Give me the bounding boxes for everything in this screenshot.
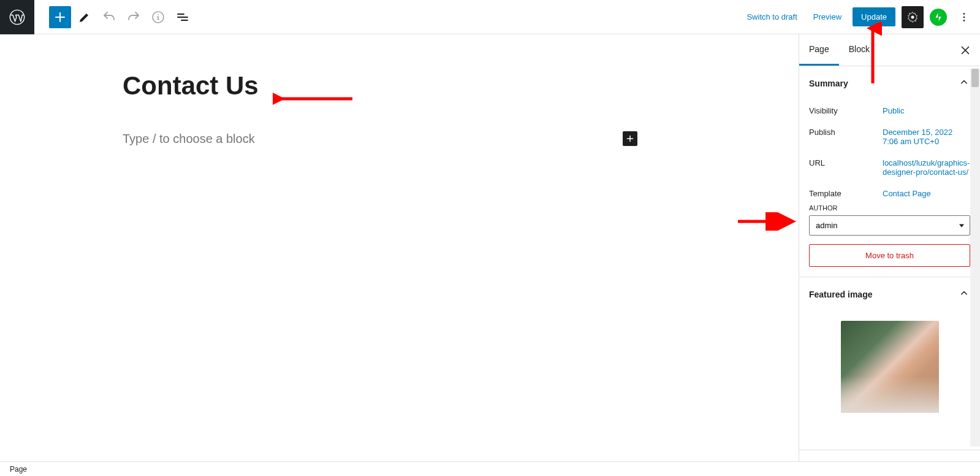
featured-image-title: Featured image <box>809 290 958 299</box>
tab-block[interactable]: Block <box>839 34 879 66</box>
more-options-button[interactable] <box>953 6 975 28</box>
featured-image-thumbnail[interactable] <box>841 321 939 413</box>
block-placeholder[interactable]: Type / to choose a block <box>123 132 623 146</box>
page-title[interactable]: Contact Us <box>123 71 650 101</box>
close-sidebar-button[interactable] <box>951 34 980 66</box>
scrollbar[interactable] <box>970 69 980 447</box>
url-label: URL <box>809 158 883 177</box>
svg-point-3 <box>963 13 965 15</box>
tab-page[interactable]: Page <box>799 34 839 66</box>
edit-mode-button[interactable] <box>74 6 96 28</box>
wordpress-logo[interactable] <box>0 0 34 34</box>
chevron-up-icon <box>958 76 970 90</box>
template-value[interactable]: Contact Page <box>883 189 970 198</box>
preview-button[interactable]: Preview <box>808 9 846 25</box>
svg-point-4 <box>963 16 965 18</box>
svg-point-5 <box>963 20 965 21</box>
outline-button[interactable] <box>172 6 194 28</box>
publish-value[interactable]: December 15, 2022 7:06 am UTC+0 <box>883 128 970 146</box>
author-select[interactable]: admin <box>809 215 970 236</box>
add-block-inline-button[interactable] <box>623 131 637 146</box>
summary-panel-toggle[interactable]: Summary <box>799 66 980 100</box>
move-to-trash-button[interactable]: Move to trash <box>809 244 970 267</box>
author-label: AUTHOR <box>809 204 970 212</box>
breadcrumb[interactable]: Page <box>10 465 27 474</box>
info-button[interactable] <box>147 6 169 28</box>
svg-point-0 <box>10 10 24 24</box>
publish-label: Publish <box>809 128 883 146</box>
jetpack-button[interactable] <box>930 9 947 26</box>
visibility-label: Visibility <box>809 106 883 115</box>
svg-point-2 <box>911 15 914 18</box>
undo-button[interactable] <box>98 6 120 28</box>
update-button[interactable]: Update <box>853 7 895 26</box>
scrollbar-thumb[interactable] <box>971 69 979 87</box>
editor-canvas[interactable]: Contact Us Type / to choose a block <box>0 34 799 461</box>
settings-button[interactable] <box>902 6 924 28</box>
url-value[interactable]: localhost/luzuk/graphics-designer-pro/co… <box>883 158 970 177</box>
featured-image-panel-toggle[interactable]: Featured image <box>799 277 980 311</box>
switch-to-draft-button[interactable]: Switch to draft <box>742 9 802 25</box>
redo-button[interactable] <box>123 6 145 28</box>
add-block-button[interactable] <box>49 6 71 28</box>
visibility-value[interactable]: Public <box>883 106 970 115</box>
chevron-up-icon <box>958 287 970 301</box>
summary-title: Summary <box>809 79 958 88</box>
template-label: Template <box>809 189 883 198</box>
